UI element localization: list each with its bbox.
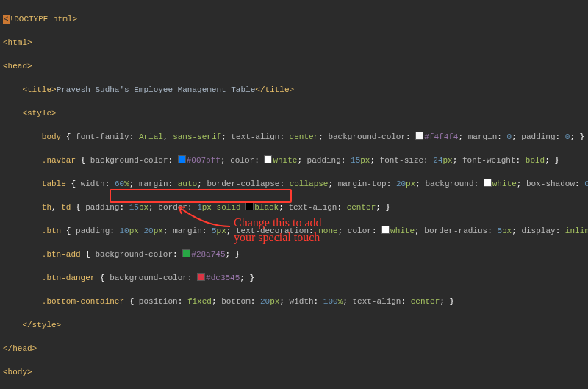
code-line: <title>Pravesh Sudha's Employee Manageme… bbox=[3, 84, 588, 96]
color-swatch-icon bbox=[245, 202, 254, 210]
color-swatch-icon bbox=[178, 155, 186, 163]
code-line: </head> bbox=[3, 343, 588, 354]
code-line: .btn-danger { background-color: #dc3545;… bbox=[3, 272, 588, 284]
code-line: <body> bbox=[3, 366, 588, 378]
color-swatch-icon bbox=[197, 273, 205, 281]
code-line: .btn-add { background-color: #28a745; } bbox=[3, 249, 588, 260]
code-line: .navbar { background-color: #007bff; col… bbox=[3, 154, 588, 166]
color-swatch-icon bbox=[264, 155, 272, 163]
color-swatch-icon bbox=[182, 249, 190, 257]
code-line: <!DOCTYPE html> bbox=[3, 13, 588, 25]
color-swatch-icon bbox=[415, 132, 423, 140]
code-line: .btn { padding: 10px 20px; margin: 5px; … bbox=[3, 225, 588, 237]
code-line: .bottom-container { position: fixed; bot… bbox=[3, 296, 588, 307]
code-line: <style> bbox=[3, 107, 588, 119]
color-swatch-icon bbox=[381, 226, 390, 234]
code-line: </style> bbox=[3, 319, 588, 331]
code-line: <html> bbox=[3, 37, 588, 49]
code-editor[interactable]: <!DOCTYPE html> <html> <head> <title>Pra… bbox=[0, 0, 588, 389]
code-line: table { width: 60%; margin: auto; border… bbox=[3, 178, 588, 190]
code-line: <head> bbox=[3, 60, 588, 72]
color-swatch-icon bbox=[484, 179, 492, 187]
code-line: th, td { padding: 15px; border: 1px soli… bbox=[3, 201, 588, 213]
code-line: body { font-family: Arial, sans-serif; t… bbox=[3, 131, 588, 143]
